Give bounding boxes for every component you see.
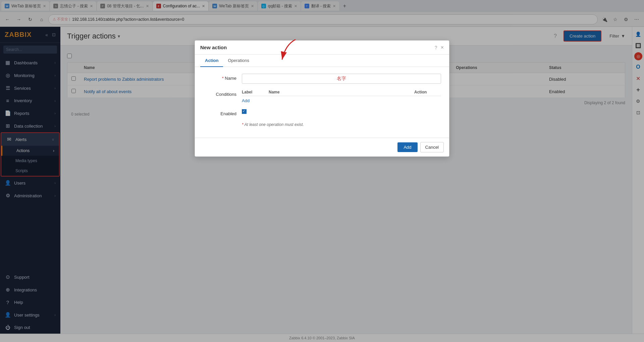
conditions-col-action: Action (414, 90, 441, 94)
modal-add-button[interactable]: Add (397, 142, 417, 152)
new-action-modal: New action ? × Action Operations (195, 40, 449, 157)
tab-operations-label: Operations (228, 58, 249, 63)
enabled-label: Enabled (203, 109, 236, 116)
name-label: * Name (203, 74, 236, 81)
conditions-col-label: Label (242, 90, 269, 94)
name-form-row: * Name (203, 74, 441, 84)
conditions-label: Conditions (203, 90, 236, 97)
modal-title: New action (200, 45, 227, 50)
name-input[interactable] (242, 74, 441, 84)
modal-footer: Add Cancel (195, 138, 449, 156)
modal-close-button[interactable]: × (441, 45, 444, 50)
modal-tab-action[interactable]: Action (200, 55, 223, 67)
enabled-form-row: Enabled (203, 109, 441, 116)
modal-tabs: Action Operations (195, 55, 449, 67)
modal-cancel-button[interactable]: Cancel (420, 142, 444, 152)
warning-text: * At least one operation must exist. (203, 122, 441, 127)
name-required-asterisk: * (222, 76, 224, 81)
enabled-checkbox[interactable] (242, 109, 247, 114)
modal-tab-operations[interactable]: Operations (223, 55, 254, 67)
enabled-row (242, 109, 247, 114)
conditions-table: Label Name Action Add (242, 90, 441, 103)
conditions-form-row: Conditions Label Name Action Add (203, 90, 441, 103)
modal-body: * Name Conditions Label Name Action Add (195, 67, 449, 138)
conditions-add-link[interactable]: Add (242, 98, 250, 103)
modal-overlay[interactable]: New action ? × Action Operations (0, 0, 644, 342)
modal-titlebar: New action ? × (195, 41, 449, 55)
modal-help-icon[interactable]: ? (435, 45, 437, 50)
conditions-col-name: Name (269, 90, 414, 94)
tab-action-label: Action (205, 58, 218, 63)
warning-message: At least one operation must exist. (245, 122, 304, 127)
conditions-header: Label Name Action (242, 90, 441, 96)
